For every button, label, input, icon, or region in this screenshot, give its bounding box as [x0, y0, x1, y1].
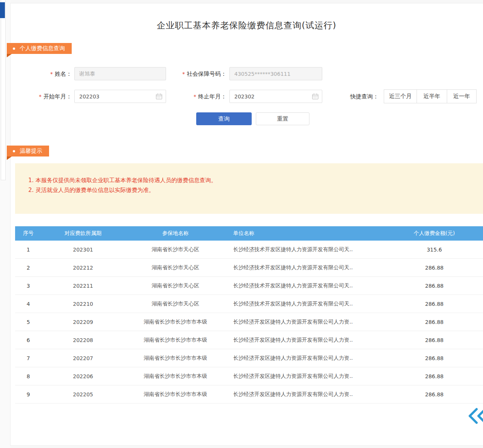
cell-area: 湖南省长沙市长沙市市本级 — [125, 355, 226, 362]
cell-period: 202205 — [42, 391, 125, 397]
cell-period: 202211 — [42, 283, 125, 289]
end-month-input[interactable] — [229, 90, 322, 103]
reset-button[interactable]: 重置 — [256, 112, 309, 125]
column-header-area: 参保地名称 — [125, 230, 226, 237]
required-marker: * — [194, 94, 196, 100]
column-header-company: 单位名称 — [226, 230, 392, 237]
cell-period: 202207 — [42, 355, 125, 361]
ribbon-fold — [7, 54, 12, 57]
cell-company: 长沙经济技术开发区捷特人力资源开发有限公司天.. — [226, 282, 392, 289]
page-title: 企业职工基本养老保险缴费信息查询(试运行) — [10, 20, 483, 31]
sidebar-collapsed-bar — [0, 2, 5, 18]
column-header-period: 对应费款所属期 — [42, 230, 125, 237]
cell-amount: 286.88 — [392, 355, 476, 361]
table-row: 7202207湖南省长沙市长沙市市本级长沙经济开发区捷特人力资源开发有限公司人力… — [15, 349, 483, 367]
cell-no: 8 — [15, 373, 42, 379]
start-month-input[interactable] — [74, 90, 166, 103]
required-marker: * — [39, 94, 42, 100]
cell-no: 6 — [15, 337, 42, 343]
column-header-amount: 个人缴费金额(元) — [392, 230, 476, 237]
query-button[interactable]: 查询 — [196, 112, 252, 125]
table-header-row: 序号对应费款所属期参保地名称单位名称个人缴费金额(元) — [15, 226, 483, 241]
cell-no: 2 — [15, 265, 42, 271]
cell-amount: 286.88 — [392, 265, 476, 271]
cell-company: 长沙经济技术开发区捷特人力资源开发有限公司天.. — [226, 264, 392, 271]
quick-query-group: 近三个月 近半年 近一年 — [384, 89, 477, 103]
calendar-icon[interactable] — [312, 93, 318, 100]
name-label: * 姓名： — [15, 70, 72, 78]
tip-line-2: 2. 灵活就业人员的缴费单位信息以实际缴费为准。 — [28, 185, 475, 195]
name-input[interactable] — [74, 67, 166, 80]
cell-no: 1 — [15, 247, 42, 253]
cell-no: 3 — [15, 283, 42, 289]
cell-company: 长沙经济开发区捷特人力资源开发有限公司人力资.. — [226, 319, 392, 325]
cell-area: 湖南省长沙市天心区 — [125, 301, 226, 307]
cell-amount: 286.88 — [392, 373, 476, 379]
tips-box: 1. 本服务仅提供尚未领取企业职工基本养老保险待遇人员的缴费信息查询。 2. 灵… — [15, 163, 483, 214]
cell-amount: 286.88 — [392, 301, 476, 307]
table-row: 3202211湖南省长沙市天心区长沙经济技术开发区捷特人力资源开发有限公司天..… — [15, 277, 483, 295]
cell-period: 202206 — [42, 373, 125, 379]
table-row: 5202209湖南省长沙市长沙市市本级长沙经济开发区捷特人力资源开发有限公司人力… — [15, 313, 483, 331]
cell-amount: 286.88 — [392, 391, 476, 397]
section-header-personal-query: 个人缴费信息查询 — [7, 43, 72, 54]
cell-period: 202209 — [42, 319, 125, 325]
cell-period: 202210 — [42, 301, 125, 307]
table-row: 9202205湖南省长沙市长沙市市本级长沙经济开发区捷特人力资源开发有限公司人力… — [15, 385, 483, 404]
cell-area: 湖南省长沙市天心区 — [125, 246, 226, 253]
double-chevron-left-icon[interactable] — [466, 407, 483, 425]
required-marker: * — [182, 71, 185, 77]
results-table: 序号对应费款所属期参保地名称单位名称个人缴费金额(元) 1202301湖南省长沙… — [15, 226, 483, 404]
ssn-input[interactable] — [229, 67, 322, 80]
table-row: 4202210湖南省长沙市天心区长沙经济技术开发区捷特人力资源开发有限公司天..… — [15, 295, 483, 313]
cell-area: 湖南省长沙市长沙市市本级 — [125, 337, 226, 344]
end-month-label: * 终止年月： — [166, 93, 226, 100]
cell-no: 7 — [15, 355, 42, 361]
cell-company: 长沙经济开发区捷特人力资源开发有限公司人力资.. — [226, 337, 392, 344]
ssn-label: * 社会保障号码： — [166, 70, 226, 78]
section-header-label: 温馨提示 — [20, 147, 42, 155]
start-month-label: * 开始年月： — [15, 93, 72, 100]
calendar-icon[interactable] — [156, 93, 162, 100]
cell-area: 湖南省长沙市天心区 — [125, 264, 226, 271]
quick-btn-last-year[interactable]: 近一年 — [447, 89, 477, 103]
cell-company: 长沙经济技术开发区捷特人力资源开发有限公司天.. — [226, 301, 392, 307]
column-header-no: 序号 — [15, 230, 42, 237]
required-marker: * — [50, 71, 53, 77]
table-body: 1202301湖南省长沙市天心区长沙经济技术开发区捷特人力资源开发有限公司天..… — [15, 241, 483, 404]
cell-amount: 286.88 — [392, 319, 476, 325]
quick-btn-last-3-months[interactable]: 近三个月 — [384, 89, 417, 103]
cell-amount: 315.6 — [392, 247, 476, 253]
cell-amount: 286.88 — [392, 283, 476, 289]
cell-area: 湖南省长沙市天心区 — [125, 282, 226, 289]
cell-period: 202208 — [42, 337, 125, 343]
table-row: 2202212湖南省长沙市天心区长沙经济技术开发区捷特人力资源开发有限公司天..… — [15, 259, 483, 277]
cell-no: 5 — [15, 319, 42, 325]
table-row: 6202208湖南省长沙市长沙市市本级长沙经济开发区捷特人力资源开发有限公司人力… — [15, 331, 483, 349]
ribbon-fold — [7, 156, 12, 160]
cell-no: 4 — [15, 301, 42, 307]
table-row: 1202301湖南省长沙市天心区长沙经济技术开发区捷特人力资源开发有限公司天..… — [15, 241, 483, 259]
tip-line-1: 1. 本服务仅提供尚未领取企业职工基本养老保险待遇人员的缴费信息查询。 — [28, 175, 475, 185]
cell-period: 202212 — [42, 265, 125, 271]
cell-company: 长沙经济开发区捷特人力资源开发有限公司人力资.. — [226, 391, 392, 398]
quick-query-label: 快捷查询： — [350, 93, 378, 100]
cell-company: 长沙经济开发区捷特人力资源开发有限公司人力资.. — [226, 373, 392, 380]
cell-amount: 286.88 — [392, 337, 476, 343]
cell-area: 湖南省长沙市长沙市市本级 — [125, 391, 226, 398]
cell-no: 9 — [15, 391, 42, 397]
page: 企业职工基本养老保险缴费信息查询(试运行) 个人缴费信息查询 * 姓名： * 社… — [0, 0, 483, 448]
bullet-dot-icon — [13, 48, 15, 50]
bullet-dot-icon — [13, 150, 15, 152]
cell-area: 湖南省长沙市长沙市市本级 — [125, 319, 226, 325]
collapsed-sidebar-panel — [1, 0, 6, 180]
quick-btn-last-half-year[interactable]: 近半年 — [417, 89, 447, 103]
cell-company: 长沙经济技术开发区捷特人力资源开发有限公司天.. — [226, 246, 392, 253]
cell-area: 湖南省长沙市长沙市市本级 — [125, 373, 226, 380]
section-header-label: 个人缴费信息查询 — [20, 45, 65, 52]
cell-company: 长沙经济开发区捷特人力资源开发有限公司人力资.. — [226, 355, 392, 362]
section-header-tips: 温馨提示 — [7, 146, 49, 156]
cell-period: 202301 — [42, 247, 125, 253]
table-row: 8202206湖南省长沙市长沙市市本级长沙经济开发区捷特人力资源开发有限公司人力… — [15, 367, 483, 385]
